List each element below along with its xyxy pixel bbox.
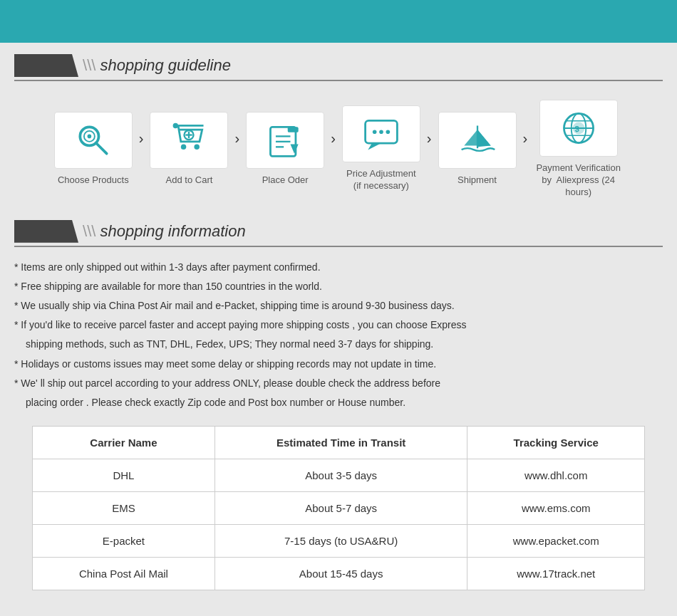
- info-line-3: * We usually ship via China Post Air mai…: [14, 297, 663, 315]
- header-diagonal-bar: [14, 54, 78, 77]
- carrier-cell: E-packet: [33, 525, 215, 558]
- info-divider: [14, 246, 663, 247]
- arrow-2: ›: [234, 130, 239, 147]
- payment-verification-icon-box: $: [539, 100, 618, 157]
- tracking-cell: www.ems.com: [467, 492, 645, 525]
- guideline-section-header: \\\ shopping guideline: [14, 54, 663, 77]
- time-cell: 7-15 days (to USA&RU): [215, 525, 467, 558]
- info-line-1: * Items are only shipped out within 1-3 …: [14, 259, 663, 276]
- choose-products-label: Choose Products: [58, 174, 129, 187]
- svg-line-2: [96, 143, 107, 154]
- message-icon: [361, 114, 401, 154]
- info-lines: * Items are only shipped out within 1-3 …: [14, 259, 663, 412]
- info-line-2: * Free shipping are available for more t…: [14, 278, 663, 296]
- add-to-cart-label: Add to Cart: [166, 174, 213, 187]
- svg-point-6: [181, 144, 186, 149]
- time-cell: About 5-7 days: [215, 492, 467, 525]
- table-row: DHL About 3-5 days www.dhl.com: [33, 459, 645, 492]
- arrow-5: ›: [523, 130, 528, 147]
- carrier-cell: DHL: [33, 459, 215, 492]
- step-shipment: Shipment: [435, 112, 520, 187]
- step-payment-verification: $ Payment Verificationby Aliexpress (24 …: [530, 100, 626, 199]
- tracking-cell: www.epacket.com: [467, 525, 645, 558]
- price-adjustment-icon-box: [342, 105, 420, 162]
- svg-point-7: [195, 144, 200, 149]
- svg-rect-15: [288, 127, 299, 132]
- info-line-4b: shipping methods, such as TNT, DHL, Fede…: [14, 335, 663, 353]
- svg-marker-21: [477, 130, 491, 147]
- col-carrier-name: Carrier Name: [33, 427, 215, 459]
- step-place-order: Place Oder: [242, 112, 328, 187]
- arrow-4: ›: [427, 130, 432, 147]
- shipment-label: Shipment: [458, 174, 497, 187]
- place-order-icon-box: [246, 112, 324, 169]
- info-line-5: * Holidays or customs issues may meet so…: [14, 355, 663, 373]
- info-section: * Items are only shipped out within 1-3 …: [14, 259, 663, 591]
- header-slashes: \\\: [78, 56, 95, 75]
- tracking-cell: www.17track.net: [467, 558, 645, 590]
- svg-point-3: [87, 134, 91, 138]
- ship-icon: [458, 120, 497, 160]
- svg-point-19: [386, 130, 390, 135]
- guideline-divider: [14, 80, 663, 81]
- order-icon: [265, 120, 305, 160]
- table-row: China Post Ail Mail About 15-45 days www…: [33, 558, 645, 590]
- place-order-label: Place Oder: [262, 174, 309, 187]
- cart-icon: [169, 120, 209, 160]
- info-line-6b: placing order . Please check exactly Zip…: [14, 394, 663, 412]
- table-row: EMS About 5-7 days www.ems.com: [33, 492, 645, 525]
- choose-products-icon-box: [54, 112, 133, 169]
- table-row: E-packet 7-15 days (to USA&RU) www.epack…: [33, 525, 645, 558]
- step-price-adjustment: Price Adjustment(if necessary): [338, 105, 424, 192]
- step-add-to-cart: Add to Cart: [146, 112, 232, 187]
- info-line-4: * If you'd like to receive parcel faster…: [14, 316, 663, 334]
- info-title: shopping information: [100, 222, 245, 241]
- info-header-slashes: \\\: [78, 222, 95, 241]
- carrier-cell: China Post Ail Mail: [33, 558, 215, 590]
- svg-point-18: [379, 130, 383, 135]
- info-section-header: \\\ shopping information: [14, 220, 663, 243]
- tracking-cell: www.dhl.com: [467, 459, 645, 492]
- time-cell: About 3-5 days: [215, 459, 467, 492]
- search-icon: [73, 120, 113, 160]
- svg-text:$: $: [574, 125, 579, 133]
- info-line-6: * We' ll ship out parcel according to yo…: [14, 375, 663, 392]
- payment-verification-label: Payment Verificationby Aliexpress (24 ho…: [530, 162, 626, 199]
- carrier-cell: EMS: [33, 492, 215, 525]
- svg-point-4: [173, 123, 178, 128]
- table-header-row: Carrier Name Estimated Time in Transit T…: [33, 427, 645, 459]
- arrow-1: ›: [139, 130, 144, 147]
- shipping-table: Carrier Name Estimated Time in Transit T…: [32, 426, 645, 590]
- add-to-cart-icon-box: [150, 112, 228, 169]
- svg-point-17: [373, 130, 377, 135]
- step-choose-products: Choose Products: [51, 112, 136, 187]
- shipment-icon-box: [438, 112, 517, 169]
- top-banner: [0, 0, 677, 43]
- price-adjustment-label: Price Adjustment(if necessary): [346, 168, 416, 192]
- guideline-title: shopping guideline: [100, 56, 231, 75]
- arrow-3: ›: [331, 130, 336, 147]
- time-cell: About 15-45 days: [215, 558, 467, 590]
- steps-container: Choose Products › Add to Cart ›: [14, 93, 663, 206]
- col-estimated-time: Estimated Time in Transit: [215, 427, 467, 459]
- col-tracking-service: Tracking Service: [467, 427, 645, 459]
- globe-icon: $: [559, 108, 599, 148]
- info-header-diagonal-bar: [14, 220, 78, 243]
